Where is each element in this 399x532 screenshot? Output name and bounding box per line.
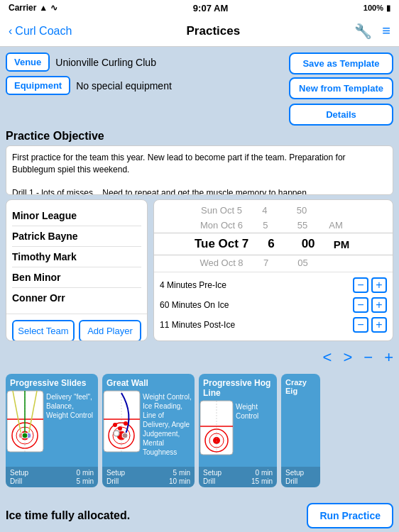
player-list: Minor League Patrick Bayne Timothy Mark … — [6, 200, 147, 314]
pre-ice-plus-button[interactable]: + — [371, 277, 387, 293]
drill-rink — [102, 389, 141, 467]
battery-icon: ▮ — [386, 4, 390, 13]
run-practice-button[interactable]: Run Practice — [307, 503, 393, 528]
practice-objective-title: Practice Objective — [6, 130, 393, 143]
middle-section: Minor League Patrick Bayne Timothy Mark … — [6, 199, 393, 341]
setup-value: 5 min — [173, 469, 190, 477]
svg-point-22 — [124, 421, 128, 426]
drill-card-partial: Crazy Eig Setup Drill — [281, 374, 320, 487]
practice-objective-section: Practice Objective First practice for th… — [6, 130, 393, 195]
players-panel: Minor League Patrick Bayne Timothy Mark … — [6, 199, 148, 341]
venue-button[interactable]: Venue — [6, 52, 50, 72]
back-label: Curl Coach — [15, 25, 72, 38]
svg-point-20 — [113, 423, 117, 427]
prev-button[interactable]: < — [323, 348, 332, 367]
setup-value: 0 min — [256, 469, 273, 477]
venue-equipment-section: Venue Unionville Curling Club Equipment … — [6, 52, 283, 126]
status-battery: 100% ▮ — [364, 4, 390, 13]
main-content: Venue Unionville Curling Club Equipment … — [0, 47, 399, 532]
wrench-icon[interactable]: 🔧 — [354, 23, 372, 40]
top-section: Venue Unionville Curling Club Equipment … — [6, 52, 393, 126]
venue-row: Venue Unionville Curling Club — [6, 52, 283, 72]
duration-label: 11 Minutes Post-Ice — [160, 320, 353, 330]
bottom-bar: Ice time fully allocated. Run Practice — [0, 499, 399, 532]
on-ice-minus-button[interactable]: − — [353, 297, 368, 313]
duration-label: 60 Minutes On Ice — [160, 300, 353, 310]
drills-section: Progressive Slides — [6, 374, 393, 487]
drill-title: Great Wall — [102, 374, 195, 389]
drill-footer: Setup 0 min Drill 5 min — [6, 467, 98, 487]
drill-body: Weight Control, Ice Reading, Line of Del… — [102, 389, 195, 467]
list-item: Conner Orr — [12, 288, 141, 308]
minus-button[interactable]: − — [364, 348, 373, 367]
status-time: 9:07 AM — [193, 3, 228, 13]
duration-row: 11 Minutes Post-Ice − + — [160, 315, 387, 335]
duration-row: 60 Minutes On Ice − + — [160, 295, 387, 315]
carrier-text: Carrier — [9, 3, 36, 13]
list-item: Ben Minor — [12, 267, 141, 288]
venue-value: Unionville Curling Club — [55, 57, 156, 68]
back-button[interactable]: ‹ Curl Coach — [9, 25, 72, 38]
svg-point-11 — [22, 433, 28, 438]
template-buttons: Save as Template New from Template Detai… — [289, 52, 393, 126]
post-ice-plus-button[interactable]: + — [371, 317, 387, 333]
page-title: Practices — [187, 24, 241, 38]
drill-rink — [6, 389, 45, 467]
list-item: Minor League — [12, 206, 141, 226]
plus-button[interactable]: + — [384, 348, 393, 367]
drill-title: Progressive Hog Line — [199, 374, 277, 399]
equipment-button[interactable]: Equipment — [6, 76, 70, 95]
add-player-button[interactable]: Add Player — [79, 320, 141, 341]
equipment-row: Equipment No special equipment — [6, 76, 283, 95]
drill-label: Drill — [106, 477, 119, 485]
select-team-button[interactable]: Select Team — [12, 320, 75, 341]
navigation-row: < > − + — [6, 345, 393, 370]
svg-rect-12 — [104, 391, 140, 452]
drill-label: Drill — [10, 477, 22, 485]
details-button[interactable]: Details — [289, 104, 393, 126]
list-item: Timothy Mark — [12, 247, 141, 267]
duration-label: 4 Minutes Pre-Ice — [160, 280, 353, 290]
drill-value: 15 min — [251, 477, 273, 485]
setup-label: Setup — [203, 469, 222, 477]
duration-controls: − + — [353, 297, 387, 313]
drill-label: Drill — [203, 477, 215, 485]
pre-ice-minus-button[interactable]: − — [353, 277, 368, 293]
wifi-icon: ∿ — [50, 3, 58, 13]
drill-body: Delivery "feel", Balance, Weight Control — [6, 389, 98, 467]
equipment-value: No special equipment — [76, 80, 172, 92]
battery-text: 100% — [364, 4, 383, 12]
chevron-left-icon: ‹ — [9, 25, 12, 38]
time-scroll[interactable]: Sun Oct 5 4 50 Mon Oct 6 5 55 AM Tue Oct… — [154, 203, 393, 272]
player-actions: Select Team Add Player — [6, 314, 147, 341]
drill-card: Progressive Hog Line Weight Control — [199, 374, 277, 487]
setup-label: Setup — [10, 469, 28, 477]
time-row-selected: Tue Oct 7 6 00 PM — [154, 233, 393, 255]
drill-title: Progressive Slides — [6, 374, 98, 389]
next-button[interactable]: > — [343, 348, 352, 367]
svg-point-18 — [122, 433, 128, 438]
duration-controls: − + — [353, 317, 387, 333]
drill-footer: Setup 0 min Drill 15 min — [199, 467, 277, 487]
new-template-button[interactable]: New from Template — [289, 77, 393, 99]
drill-title: Crazy Eig — [281, 374, 320, 397]
status-carrier: Carrier ▲ ∿ — [9, 3, 58, 13]
time-row: Wed Oct 8 7 05 — [154, 255, 393, 270]
duration-row: 4 Minutes Pre-Ice − + — [160, 275, 387, 295]
setup-value: 0 min — [77, 469, 94, 477]
time-picker-panel[interactable]: Sun Oct 5 4 50 Mon Oct 6 5 55 AM Tue Oct… — [153, 199, 393, 341]
duration-controls: − + — [353, 277, 387, 293]
nav-bar: ‹ Curl Coach Practices 🔧 ≡ — [0, 16, 399, 47]
save-template-button[interactable]: Save as Template — [289, 52, 393, 74]
svg-point-21 — [118, 426, 122, 431]
drill-footer: Setup 5 min Drill 10 min — [102, 467, 195, 487]
drill-body: Weight Control — [199, 399, 277, 467]
list-item: Patrick Bayne — [12, 226, 141, 247]
drill-description: Weight Control — [234, 399, 277, 467]
on-ice-plus-button[interactable]: + — [371, 297, 387, 313]
duration-section: 4 Minutes Pre-Ice − + 60 Minutes On Ice … — [154, 272, 393, 338]
signal-icon: ▲ — [39, 3, 48, 13]
list-icon[interactable]: ≡ — [382, 23, 390, 39]
post-ice-minus-button[interactable]: − — [353, 317, 368, 333]
drill-description: Delivery "feel", Balance, Weight Control — [45, 389, 98, 467]
